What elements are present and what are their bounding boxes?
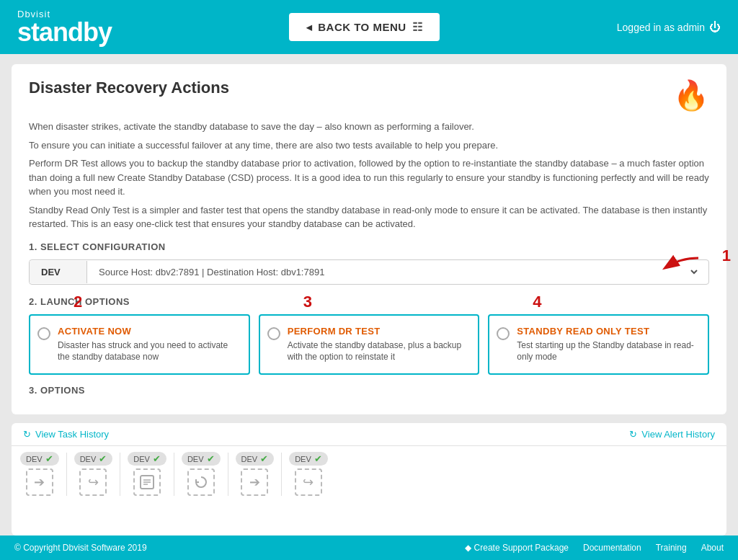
view-task-history-button[interactable]: ↻ View Task History: [12, 423, 120, 445]
options-label: 3. OPTIONS: [29, 385, 709, 396]
task-bar: ↻ View Task History ↻ View Alert History…: [12, 423, 726, 535]
task-badge-4: DEV ✔: [182, 452, 221, 466]
back-to-menu-label: BACK TO MENU: [318, 21, 406, 33]
check-icon-6: ✔: [314, 453, 322, 464]
launch-options-label: 2. LAUNCH OPTIONS: [29, 296, 709, 307]
disaster-recovery-card: Disaster Recovery Actions 🔥 When disaste…: [12, 64, 726, 414]
standby-read-only-option[interactable]: 4 STANDBY READ ONLY TEST Test starting u…: [488, 314, 709, 375]
description-4: Standby Read Only Test is a simpler and …: [29, 203, 709, 231]
task-label-1: DEV: [26, 455, 43, 463]
alert-history-icon: ↻: [629, 429, 637, 440]
flame-icon: 🔥: [673, 79, 709, 112]
dr-test-title: PERFORM DR TEST: [288, 326, 468, 337]
dr-test-option[interactable]: 3 PERFORM DR TEST Activate the standby d…: [259, 314, 480, 375]
task-label-2: DEV: [80, 455, 97, 463]
annotation-4: 4: [533, 293, 541, 311]
header: Dbvisit standby ◂ BACK TO MENU ☷ Logged …: [0, 0, 738, 54]
task-group-3: DEV ✔: [128, 452, 166, 496]
task-icon-6[interactable]: ↪: [295, 468, 322, 496]
task-divider-1: [66, 453, 67, 496]
task-divider-2: [120, 453, 120, 496]
documentation-link[interactable]: Documentation: [583, 543, 641, 553]
footer: © Copyright Dbvisit Software 2019 ◆ Crea…: [0, 535, 738, 560]
task-badge-2: DEV ✔: [74, 452, 113, 466]
task-divider-3: [174, 453, 174, 496]
task-bar-top: ↻ View Task History ↻ View Alert History: [12, 423, 726, 446]
standby-read-only-content: STANDBY READ ONLY TEST Test starting up …: [517, 326, 698, 364]
task-group-6: DEV ✔ ↪: [289, 452, 328, 496]
back-to-menu-button[interactable]: ◂ BACK TO MENU ☷: [289, 13, 440, 41]
logged-in-text: Logged in as admin: [617, 22, 705, 33]
logo-standby: standby: [17, 19, 112, 45]
standby-read-only-title: STANDBY READ ONLY TEST: [517, 326, 698, 337]
standby-read-only-desc: Test starting up the Standby database in…: [517, 339, 698, 364]
activate-now-desc: Disaster has struck and you need to acti…: [58, 339, 239, 364]
task-icon-5[interactable]: ➔: [241, 468, 268, 496]
dr-test-content: PERFORM DR TEST Activate the standby dat…: [288, 326, 468, 364]
task-items: DEV ✔ ➔ DEV ✔ ↪ DEV ✔: [12, 446, 726, 502]
activate-now-radio[interactable]: [37, 327, 50, 340]
task-icon-3[interactable]: [133, 468, 161, 496]
annotation-3: 3: [303, 293, 312, 311]
training-link[interactable]: Training: [656, 543, 687, 553]
check-icon-5: ✔: [260, 453, 268, 464]
about-link[interactable]: About: [701, 543, 724, 553]
user-info: Logged in as admin ⏻: [617, 21, 721, 34]
standby-read-only-radio[interactable]: [497, 327, 510, 340]
task-icon-2[interactable]: ↪: [79, 468, 107, 496]
dr-test-radio[interactable]: [267, 327, 280, 340]
annotation-2: 2: [74, 293, 82, 311]
documentation-label: Documentation: [583, 543, 641, 553]
support-label: Create Support Package: [474, 543, 569, 553]
task-badge-1: DEV ✔: [20, 452, 59, 466]
dr-test-desc: Activate the standby database, plus a ba…: [288, 339, 468, 364]
config-name: DEV: [30, 261, 87, 283]
description-2: To ensure you can initiate a successful …: [29, 138, 709, 153]
activate-now-option[interactable]: 2 ACTIVATE NOW Disaster has struck and y…: [29, 314, 250, 375]
main-content: Disaster Recovery Actions 🔥 When disaste…: [0, 54, 738, 535]
task-group-4: DEV ✔: [182, 452, 221, 496]
description-1: When disaster strikes, activate the stan…: [29, 120, 709, 134]
task-history-label: View Task History: [35, 429, 109, 440]
task-divider-5: [281, 453, 282, 496]
page-title: Disaster Recovery Actions: [29, 79, 229, 97]
task-label-6: DEV: [295, 455, 311, 463]
task-group-2: DEV ✔ ↪: [74, 452, 113, 496]
check-icon-2: ✔: [99, 453, 107, 464]
annotation-1: 1: [722, 246, 731, 265]
logout-icon[interactable]: ⏻: [709, 21, 721, 34]
check-icon-3: ✔: [153, 453, 161, 464]
config-detail[interactable]: Source Host: dbv2:7891 | Destination Hos…: [87, 260, 708, 284]
logo: Dbvisit standby: [17, 9, 112, 45]
create-support-package-link[interactable]: ◆ Create Support Package: [465, 543, 569, 553]
view-alert-history-button[interactable]: ↻ View Alert History: [618, 423, 726, 445]
task-label-4: DEV: [187, 455, 204, 463]
task-icon-1[interactable]: ➔: [26, 468, 53, 496]
back-arrow-icon: ◂: [306, 21, 313, 34]
task-icon-4[interactable]: [187, 468, 215, 496]
support-icon: ◆: [465, 543, 471, 553]
task-badge-5: DEV ✔: [236, 452, 275, 466]
activate-now-title: ACTIVATE NOW: [58, 326, 239, 337]
card-header: Disaster Recovery Actions 🔥: [29, 79, 709, 112]
check-icon-4: ✔: [207, 453, 215, 464]
activate-now-content: ACTIVATE NOW Disaster has struck and you…: [58, 326, 239, 364]
task-group-5: DEV ✔ ➔: [236, 452, 275, 496]
config-select[interactable]: Source Host: dbv2:7891 | Destination Hos…: [96, 266, 700, 278]
alert-history-label: View Alert History: [641, 429, 715, 440]
task-badge-6: DEV ✔: [289, 452, 328, 466]
copyright: © Copyright Dbvisit Software 2019: [14, 543, 147, 553]
task-group-1: DEV ✔ ➔: [20, 452, 59, 496]
training-label: Training: [656, 543, 687, 553]
task-label-3: DEV: [133, 455, 150, 463]
select-config-label: 1. SELECT CONFIGURATION: [29, 241, 709, 252]
description-3: Perform DR Test allows you to backup the…: [29, 156, 709, 199]
grid-icon: ☷: [412, 20, 423, 34]
launch-options: 2 ACTIVATE NOW Disaster has struck and y…: [29, 314, 709, 375]
task-divider-4: [228, 453, 228, 496]
config-row[interactable]: DEV Source Host: dbv2:7891 | Destination…: [29, 259, 709, 285]
footer-links: ◆ Create Support Package Documentation T…: [465, 543, 724, 553]
task-badge-3: DEV ✔: [128, 452, 166, 466]
task-label-5: DEV: [241, 455, 258, 463]
task-history-icon: ↻: [23, 429, 31, 440]
